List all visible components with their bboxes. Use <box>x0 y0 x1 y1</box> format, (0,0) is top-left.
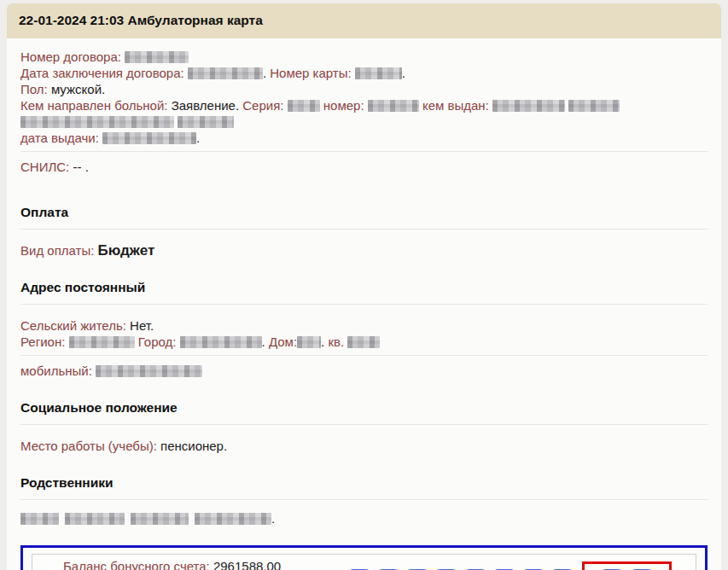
redacted-issued-by-2 <box>568 100 620 112</box>
dot: . <box>321 334 324 349</box>
dot: . <box>402 66 405 80</box>
bonus-account-box: Баланс бонусного счета: 2961588.00 Разре… <box>32 554 696 570</box>
payment-kind-label: Вид оплаты: <box>20 243 94 258</box>
bonus-balance-label: Баланс бонусного счета: <box>63 559 210 570</box>
redacted-region <box>69 336 135 348</box>
referral-label: Кем направлен больной: <box>20 98 168 113</box>
passport-issue-date-label: дата выдачи: <box>20 131 99 145</box>
card-number-label: Номер карты: <box>270 66 351 80</box>
redacted-card-number <box>355 67 402 79</box>
redacted-issue-date <box>102 132 196 144</box>
highlighted-actions-frame <box>582 561 672 570</box>
mobile-label: мобильный: <box>20 364 92 378</box>
redacted-relative-1 <box>20 513 59 525</box>
redacted-relative-4 <box>195 513 271 525</box>
relatives-heading: Родственники <box>20 474 708 500</box>
contract-number-line: Номер договора: <box>20 49 708 65</box>
rural-value: Нет. <box>130 318 154 333</box>
bonus-account-summary: Баланс бонусного счета: 2961588.00 Разре… <box>63 559 347 570</box>
page-title: 22-01-2024 21:03 Амбулаторная карта <box>19 13 263 27</box>
redacted-issued-by-1 <box>492 100 565 112</box>
redacted-passport-number <box>368 100 419 112</box>
dot: . <box>196 131 200 145</box>
mobile-line: мобильный: <box>20 363 708 379</box>
snils-label: СНИЛС: <box>20 160 69 174</box>
city-label: Город: <box>138 334 177 349</box>
region-line: Регион: Город: . Дом:. кв. <box>20 334 708 350</box>
bonus-balance-value: 2961588.00 <box>213 559 281 570</box>
outpatient-card-window: 22-01-2024 21:03 Амбулаторная карта Номе… <box>7 3 721 570</box>
contract-number-label: Номер договора: <box>20 49 121 64</box>
work-line: Место работы (учебы): пенсионер. <box>20 438 708 454</box>
gender-value: мужской. <box>51 82 105 96</box>
referral-line: Кем направлен больной: Заявление. Серия:… <box>20 97 708 113</box>
issued-by-continued-line <box>20 113 708 130</box>
issue-date-line: дата выдачи: . <box>20 130 708 146</box>
redacted-relative-3 <box>131 513 189 525</box>
window-titlebar: 22-01-2024 21:03 Амбулаторная карта <box>7 3 721 38</box>
passport-number-label: номер: <box>323 98 364 113</box>
redacted-relative-2 <box>65 513 125 525</box>
house-label: Дом: <box>269 334 297 349</box>
dot: . <box>271 511 275 526</box>
divider <box>20 151 708 152</box>
redacted-issued-by-3 <box>20 116 174 128</box>
rural-label: Сельский житель: <box>20 318 126 333</box>
card-content: Номер договора: Дата заключения договора… <box>7 38 721 570</box>
region-label: Регион: <box>20 334 65 349</box>
social-heading: Социальное положение <box>20 399 708 425</box>
bonus-balance-line: Баланс бонусного счета: 2961588.00 <box>63 559 347 570</box>
work-value: пенсионер. <box>160 439 227 453</box>
dot: . <box>262 334 265 349</box>
referral-value: Заявление. <box>172 98 239 113</box>
snils-value: -- . <box>73 160 88 174</box>
redacted-issued-by-4 <box>178 116 234 128</box>
contract-date-line: Дата заключения договора: . Номер карты:… <box>20 65 708 81</box>
work-label: Место работы (учебы): <box>20 439 157 453</box>
gender-label: Пол: <box>20 82 48 96</box>
payment-kind-value: Бюджет <box>98 242 155 259</box>
snils-line: СНИЛС: -- . <box>20 159 708 175</box>
relatives-line: . <box>20 510 708 526</box>
flat-label: кв. <box>328 334 344 349</box>
redacted-house <box>297 336 321 348</box>
redacted-flat <box>347 336 380 348</box>
redacted-mobile <box>96 365 202 377</box>
divider <box>20 355 708 356</box>
gender-line: Пол: мужской. <box>20 81 708 97</box>
bonus-account-panel: Баланс бонусного счета: 2961588.00 Разре… <box>20 545 708 570</box>
redacted-city <box>180 336 262 348</box>
passport-issued-by-label: кем выдан: <box>422 98 489 113</box>
rural-line: Сельский житель: Нет. <box>20 317 708 334</box>
address-heading: Адрес постоянный <box>20 279 708 305</box>
payment-kind-line: Вид оплаты: Бюджет <box>20 242 708 259</box>
payment-heading: Оплата <box>20 204 708 230</box>
dot: . <box>263 66 266 80</box>
redacted-contract-number <box>125 51 189 63</box>
contract-date-label: Дата заключения договора: <box>20 66 184 80</box>
passport-series-label: Серия: <box>242 98 283 113</box>
redacted-contract-date <box>188 67 263 79</box>
redacted-passport-series <box>288 100 320 112</box>
